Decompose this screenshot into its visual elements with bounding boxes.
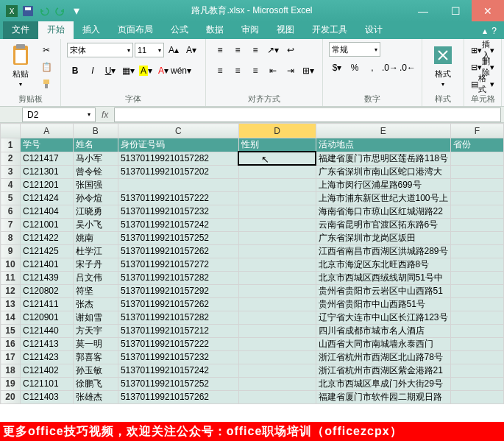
header-cell[interactable]: 性别	[238, 138, 316, 152]
cell[interactable]: 杜学江	[73, 244, 118, 258]
cell[interactable]: C121439	[21, 271, 74, 284]
cell[interactable]	[451, 218, 504, 231]
cell[interactable]: 513701199210157262	[118, 297, 238, 311]
cell[interactable]	[238, 337, 316, 350]
excel-icon[interactable]: X	[4, 4, 19, 18]
cell[interactable]	[238, 218, 316, 231]
cell[interactable]: 吕文伟	[73, 271, 118, 284]
cell[interactable]: 宋子丹	[73, 258, 118, 271]
phonetic-button[interactable]: wén▾	[173, 63, 189, 79]
cell[interactable]	[238, 231, 316, 244]
align-middle-icon[interactable]: ≡	[230, 42, 246, 58]
cell[interactable]	[451, 258, 504, 271]
cell[interactable]: 513701199210157262	[118, 244, 238, 258]
cell[interactable]: 莫一明	[73, 337, 118, 350]
cell[interactable]: 513701199210157212	[118, 324, 238, 337]
row-header[interactable]: 17	[1, 350, 21, 364]
orientation-icon[interactable]: ↗▾	[265, 42, 281, 58]
cell[interactable]	[238, 244, 316, 258]
font-color-button[interactable]: A▾	[155, 63, 171, 79]
row-header[interactable]: 6	[1, 205, 21, 218]
row-header[interactable]: 3	[1, 165, 21, 178]
maximize-button[interactable]: ☐	[439, 0, 472, 21]
cell[interactable]: 513701199210157262	[118, 390, 238, 403]
cell[interactable]: 云南省昆明市官渡区拓东路6号	[316, 218, 451, 231]
cell[interactable]: 浙江省杭州市西湖区紫金港路21	[316, 364, 451, 377]
cell[interactable]: C121201	[21, 178, 74, 191]
cell[interactable]: 513701199210157282	[118, 271, 238, 284]
cell[interactable]	[451, 244, 504, 258]
cell[interactable]: 513701199210157282	[118, 152, 238, 165]
decrease-font-icon[interactable]: A▾	[183, 42, 199, 58]
cell[interactable]: C120802	[21, 284, 74, 297]
cell[interactable]	[238, 258, 316, 271]
row-header[interactable]: 4	[1, 178, 21, 191]
tab-insert[interactable]: 插入	[74, 21, 109, 39]
cell[interactable]	[451, 364, 504, 377]
cell[interactable]	[238, 165, 316, 178]
cell[interactable]	[451, 377, 504, 390]
cell[interactable]: 北京市海淀区东北旺西路8号	[316, 258, 451, 271]
row-header[interactable]: 10	[1, 258, 21, 271]
column-header[interactable]: F	[451, 124, 504, 138]
row-header[interactable]: 13	[1, 297, 21, 311]
italic-button[interactable]: I	[85, 63, 101, 79]
decrease-decimal-icon[interactable]: .0←	[400, 60, 416, 76]
cell[interactable]	[451, 165, 504, 178]
cell[interactable]: 四川省成都市城市名人酒店	[316, 324, 451, 337]
cell[interactable]	[451, 390, 504, 403]
column-header[interactable]: E	[316, 124, 451, 138]
percent-icon[interactable]: %	[347, 60, 363, 76]
selected-cell[interactable]: ↖	[238, 152, 316, 165]
increase-indent-icon[interactable]: ⇥	[283, 63, 299, 79]
align-top-icon[interactable]: ≡	[212, 42, 228, 58]
cell[interactable]: 贵州省贵阳市中山西路51号	[316, 297, 451, 311]
row-header[interactable]: 8	[1, 231, 21, 244]
cell[interactable]: 513701199210157282	[118, 311, 238, 324]
minimize-button[interactable]: —	[407, 0, 439, 21]
cell[interactable]: 张杰	[73, 297, 118, 311]
cell[interactable]: 贵州省贵阳市云岩区中山西路51	[316, 284, 451, 297]
paste-button[interactable]: 粘贴 ▾	[6, 42, 35, 89]
cell[interactable]	[238, 390, 316, 403]
cell[interactable]	[238, 377, 316, 390]
align-right-icon[interactable]: ≡	[247, 63, 263, 79]
ribbon-help[interactable]: ▴?	[475, 23, 504, 39]
cell[interactable]: C121301	[21, 165, 74, 178]
formula-bar[interactable]	[114, 107, 501, 122]
cell[interactable]: C121101	[21, 377, 74, 390]
cell[interactable]: 郭喜客	[73, 350, 118, 364]
cell[interactable]: 马小军	[73, 152, 118, 165]
row-header[interactable]: 9	[1, 244, 21, 258]
tab-dev[interactable]: 开发工具	[303, 21, 356, 39]
cell[interactable]	[451, 152, 504, 165]
tab-data[interactable]: 数据	[197, 21, 233, 39]
align-bottom-icon[interactable]: ≡	[247, 42, 263, 58]
font-size-combo[interactable]: 11▾	[135, 43, 164, 57]
cell[interactable]: C120901	[21, 311, 74, 324]
cell[interactable]	[238, 297, 316, 311]
tab-layout[interactable]: 页面布局	[109, 21, 162, 39]
cell[interactable]: 513701199210157232	[118, 350, 238, 364]
cell[interactable]	[451, 337, 504, 350]
cell[interactable]: 513701199210157232	[118, 205, 238, 218]
format-cells-button[interactable]: ▤格式▾	[470, 76, 495, 92]
row-header[interactable]: 19	[1, 377, 21, 390]
wrap-text-icon[interactable]: ↩	[283, 42, 299, 58]
header-cell[interactable]: 姓名	[73, 138, 118, 152]
cell[interactable]	[238, 311, 316, 324]
cell[interactable]: 上海市浦东新区世纪大道100号上	[316, 191, 451, 205]
cell[interactable]	[451, 191, 504, 205]
cell[interactable]: 513701199210157242	[118, 364, 238, 377]
underline-button[interactable]: U▾	[102, 63, 118, 79]
cell[interactable]: 海南省海口市琼山区红城湖路22	[316, 205, 451, 218]
cell[interactable]	[238, 271, 316, 284]
cell[interactable]: C121413	[21, 337, 74, 350]
cut-button[interactable]: ✂	[38, 42, 54, 58]
increase-font-icon[interactable]: A▴	[166, 42, 182, 58]
row-header[interactable]: 2	[1, 152, 21, 165]
cell[interactable]	[451, 350, 504, 364]
cell[interactable]	[451, 231, 504, 244]
cell[interactable]	[238, 191, 316, 205]
column-header[interactable]: A	[21, 124, 74, 138]
